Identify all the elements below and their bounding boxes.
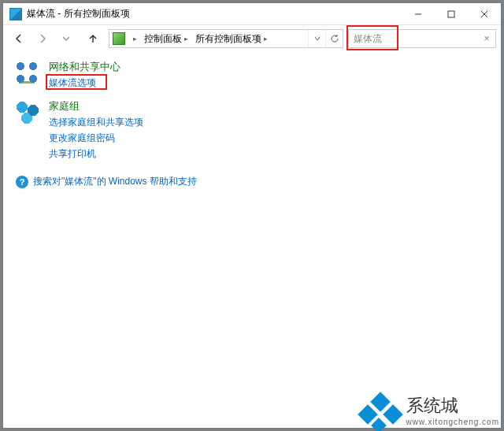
search-box[interactable]: × (348, 29, 496, 48)
maximize-button[interactable] (435, 3, 468, 25)
content-area: 网络和共享中心 媒体流选项 家庭组 选择家庭组和共享选项 更改家庭组密码 共享打… (3, 52, 501, 428)
help-text: 搜索对"媒体流"的 Windows 帮助和支持 (33, 175, 197, 188)
breadcrumb-label: 所有控制面板项 (195, 32, 261, 46)
app-icon (9, 8, 22, 20)
category-item: 家庭组 选择家庭组和共享选项 更改家庭组密码 共享打印机 (14, 99, 496, 161)
breadcrumb-item[interactable]: 所有控制面板项 ▸ (193, 30, 272, 47)
control-panel-icon (113, 32, 125, 45)
control-panel-window: 媒体流 - 所有控制面板项 ▸ 控制面板 ▸ (2, 2, 502, 429)
watermark-brand: 系统城 (406, 394, 500, 418)
category-heading[interactable]: 网络和共享中心 (49, 60, 120, 74)
watermark: 系统城 www.xitongcheng.com (361, 394, 500, 426)
clear-search-button[interactable]: × (481, 33, 492, 44)
network-sharing-icon (14, 60, 41, 87)
up-button[interactable] (82, 28, 104, 50)
link-share-printers[interactable]: 共享打印机 (49, 147, 143, 161)
titlebar: 媒体流 - 所有控制面板项 (3, 3, 501, 25)
forward-button[interactable] (32, 28, 54, 50)
category-heading[interactable]: 家庭组 (49, 99, 143, 113)
address-bar[interactable]: ▸ 控制面板 ▸ 所有控制面板项 ▸ (109, 29, 343, 48)
back-button[interactable] (8, 28, 30, 50)
search-input[interactable] (349, 30, 495, 47)
help-icon: ? (16, 176, 28, 188)
navigation-bar: ▸ 控制面板 ▸ 所有控制面板项 ▸ × (3, 25, 501, 52)
svg-rect-1 (448, 11, 454, 17)
link-media-streaming-options[interactable]: 媒体流选项 (49, 77, 96, 88)
minimize-button[interactable] (402, 3, 435, 25)
window-title: 媒体流 - 所有控制面板项 (27, 7, 130, 20)
breadcrumb-root-sep[interactable]: ▸ (128, 30, 142, 47)
refresh-button[interactable] (325, 30, 343, 47)
homegroup-icon (14, 99, 41, 126)
category-item: 网络和共享中心 媒体流选项 (14, 60, 496, 90)
breadcrumb-item[interactable]: 控制面板 ▸ (142, 30, 193, 47)
watermark-url: www.xitongcheng.com (406, 418, 500, 426)
watermark-logo-icon (361, 395, 402, 426)
address-history-dropdown[interactable] (308, 30, 325, 47)
help-link[interactable]: ? 搜索对"媒体流"的 Windows 帮助和支持 (16, 175, 496, 188)
recent-dropdown-button[interactable] (55, 28, 77, 50)
breadcrumb-label: 控制面板 (144, 32, 182, 46)
link-change-homegroup-password[interactable]: 更改家庭组密码 (49, 131, 143, 145)
link-choose-homegroup-sharing[interactable]: 选择家庭组和共享选项 (49, 115, 143, 129)
close-button[interactable] (468, 3, 501, 25)
